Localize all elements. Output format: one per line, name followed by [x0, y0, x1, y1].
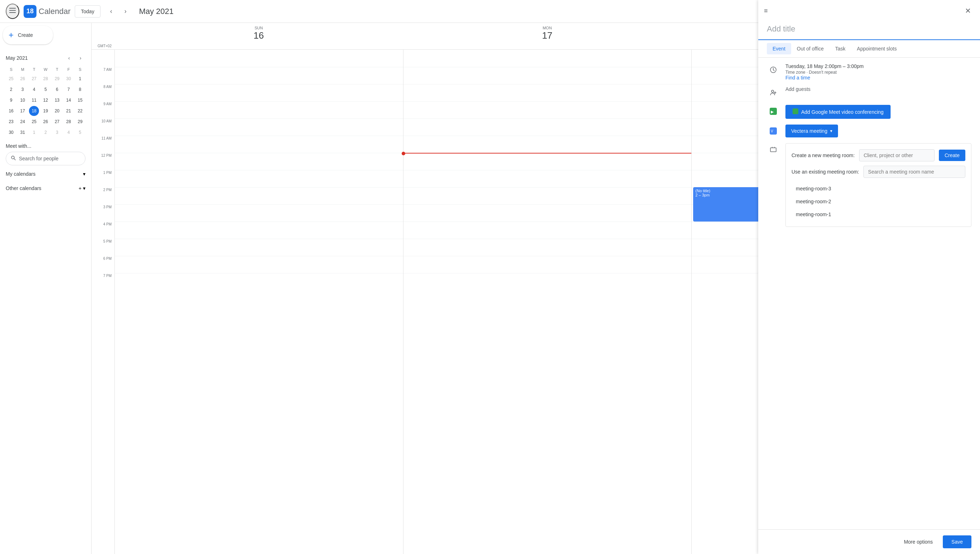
- sun-col[interactable]: [115, 50, 403, 554]
- add-google-meet-button[interactable]: Add Google Meet video conferencing: [786, 105, 891, 119]
- mini-day[interactable]: 27: [52, 117, 62, 127]
- vectera-icon: V: [767, 125, 780, 137]
- time-slot-9am: 9 AM: [92, 101, 115, 118]
- add-guests-input[interactable]: [786, 86, 971, 92]
- timezone-label: GMT+02: [92, 23, 115, 49]
- existing-room-label: Use an existing meeting room:: [792, 169, 859, 175]
- room-item-1[interactable]: meeting-room-1: [792, 208, 965, 221]
- add-other-calendar-icon[interactable]: +: [79, 185, 81, 191]
- save-button[interactable]: Save: [943, 535, 971, 548]
- mini-day[interactable]: 27: [29, 74, 39, 84]
- event-title-input[interactable]: [758, 21, 980, 40]
- datetime-main[interactable]: Tuesday, 18 May 2:00pm – 3:00pm: [786, 63, 971, 69]
- meet-with-title: Meet with...: [6, 143, 86, 149]
- mini-day[interactable]: 5: [40, 85, 51, 94]
- next-arrow[interactable]: ›: [119, 5, 132, 18]
- mini-day[interactable]: 11: [29, 95, 39, 105]
- mini-day[interactable]: 29: [52, 74, 62, 84]
- mini-day[interactable]: 3: [52, 128, 62, 137]
- create-button[interactable]: + Create: [3, 26, 53, 45]
- time-slot-8am: 8 AM: [92, 84, 115, 101]
- event-type-tabs: Event Out of office Task Appointment slo…: [758, 40, 980, 57]
- mini-day[interactable]: 30: [64, 74, 74, 84]
- google-meet-btn-label: Add Google Meet video conferencing: [801, 109, 883, 115]
- mini-day[interactable]: 31: [18, 128, 27, 137]
- mini-day[interactable]: 7: [64, 85, 74, 94]
- time-slot-3pm: 3 PM: [92, 204, 115, 222]
- sun-num: 16: [116, 30, 402, 41]
- time-slot-7pm: 7 PM: [92, 273, 115, 290]
- mini-day[interactable]: 25: [29, 117, 39, 127]
- panel-close-button[interactable]: ✕: [961, 4, 974, 17]
- search-meeting-room-input[interactable]: [864, 166, 965, 178]
- mini-day[interactable]: 26: [40, 117, 51, 127]
- room-item-3[interactable]: meeting-room-3: [792, 182, 965, 195]
- more-options-button[interactable]: More options: [898, 536, 939, 548]
- my-calendars-chevron: ▾: [83, 171, 86, 177]
- find-time-link[interactable]: Find a time: [786, 75, 810, 80]
- mini-day[interactable]: 19: [40, 106, 51, 116]
- mini-day[interactable]: 12: [40, 95, 51, 105]
- tab-task[interactable]: Task: [829, 43, 851, 54]
- mini-day[interactable]: 2: [40, 128, 51, 137]
- mini-cal-next[interactable]: ›: [75, 53, 86, 63]
- mini-day[interactable]: 1: [75, 74, 85, 84]
- mini-day[interactable]: 16: [6, 106, 16, 116]
- mini-day[interactable]: 17: [18, 106, 27, 116]
- mini-day[interactable]: 29: [75, 117, 85, 127]
- mini-day[interactable]: 4: [64, 128, 74, 137]
- create-room-button[interactable]: Create: [939, 150, 965, 161]
- prev-arrow[interactable]: ‹: [105, 5, 118, 18]
- add-guests-content: [786, 86, 971, 92]
- time-slot-4pm: 4 PM: [92, 222, 115, 239]
- cal-header-mon[interactable]: MON 17: [403, 23, 692, 49]
- my-calendars-header[interactable]: My calendars ▾: [6, 170, 86, 178]
- mini-day[interactable]: 14: [64, 95, 74, 105]
- mini-day[interactable]: 2: [6, 85, 16, 94]
- google-meet-icon: ▶: [767, 105, 780, 118]
- today-button[interactable]: Today: [75, 5, 100, 18]
- mini-day[interactable]: 23: [6, 117, 16, 127]
- other-calendars-header[interactable]: Other calendars + ▾: [6, 184, 86, 193]
- mini-day[interactable]: 4: [29, 85, 39, 94]
- search-people[interactable]: Search for people: [6, 152, 86, 165]
- mini-day[interactable]: 28: [40, 74, 51, 84]
- mini-day-today[interactable]: 18: [29, 106, 39, 116]
- mini-day[interactable]: 1: [29, 128, 39, 137]
- cal-header-sun[interactable]: SUN 16: [115, 23, 403, 49]
- room-item-2[interactable]: meeting-room-2: [792, 195, 965, 208]
- vectera-btn-label: Vectera meeting: [791, 128, 827, 134]
- create-room-input[interactable]: [859, 149, 935, 161]
- tab-event[interactable]: Event: [767, 43, 791, 54]
- mini-day[interactable]: 10: [18, 95, 27, 105]
- mini-day[interactable]: 9: [6, 95, 16, 105]
- mini-day-header-f: F: [63, 66, 74, 73]
- mini-day[interactable]: 21: [64, 106, 74, 116]
- mini-day[interactable]: 3: [18, 85, 27, 94]
- mini-day[interactable]: 5: [75, 128, 85, 137]
- tab-out-of-office[interactable]: Out of office: [791, 43, 829, 54]
- mon-col[interactable]: [403, 50, 692, 554]
- add-guests-row: [767, 86, 971, 99]
- mini-day-header-th: T: [52, 66, 63, 73]
- mini-day[interactable]: 26: [18, 74, 27, 84]
- mini-day[interactable]: 30: [6, 128, 16, 137]
- mini-cal-prev[interactable]: ‹: [64, 53, 74, 63]
- mini-day[interactable]: 8: [75, 85, 85, 94]
- mini-day[interactable]: 28: [64, 117, 74, 127]
- mon-num: 17: [404, 30, 690, 41]
- mini-day[interactable]: 15: [75, 95, 85, 105]
- mini-day-header-w: W: [40, 66, 51, 73]
- mini-day[interactable]: 20: [52, 106, 62, 116]
- menu-icon[interactable]: [6, 3, 19, 19]
- mini-day[interactable]: 6: [52, 85, 62, 94]
- mini-day[interactable]: 13: [52, 95, 62, 105]
- vectera-meeting-button[interactable]: Vectera meeting ▾: [786, 125, 838, 137]
- meeting-room-section: Create a new meeting room: Create Use an…: [786, 143, 971, 227]
- svg-text:V: V: [771, 129, 773, 133]
- mini-day[interactable]: 24: [18, 117, 27, 127]
- tab-appointment-slots[interactable]: Appointment slots: [851, 43, 902, 54]
- mini-day[interactable]: 22: [75, 106, 85, 116]
- panel-drag-handle: ≡ ✕: [758, 0, 980, 21]
- mini-day[interactable]: 25: [6, 74, 16, 84]
